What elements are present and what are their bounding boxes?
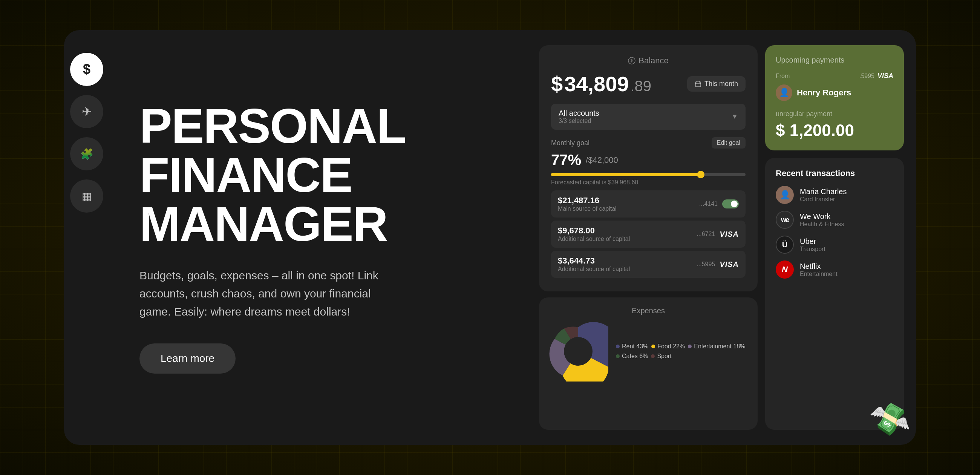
legend-dot-cafes [616, 354, 620, 358]
sidebar-icon-airplane[interactable]: ✈ [70, 95, 103, 128]
source-amount-2: $3,644.73 [558, 256, 630, 266]
pie-container: Rent 43% Food 22% Entertainment 18% Cafe… [548, 321, 749, 381]
upcoming-visa-badge: VISA [878, 72, 893, 80]
money-emoji-decoration: 💸 [867, 398, 913, 442]
source-right-0: ...4141 [699, 199, 739, 209]
upcoming-card-info: .5995 VISA [859, 72, 893, 80]
legend-dot-ent [688, 344, 692, 348]
upcoming-amount: $ 1,200.00 [776, 121, 893, 140]
source-right-1: ...6721 VISA [697, 230, 739, 239]
source-tag-2: ...5995 [697, 261, 715, 268]
forecasted-text: Forecasted capital is $39,968.60 [551, 179, 746, 186]
source-toggle-0[interactable] [722, 199, 739, 209]
hero-section: PERSONAL FINANCE MANAGER Budgets, goals,… [109, 30, 539, 445]
transaction-sub-maria: Card transfer [800, 196, 846, 203]
svg-rect-1 [695, 82, 701, 87]
expenses-legend: Rent 43% Food 22% Entertainment 18% Cafe… [616, 343, 749, 360]
legend-label-sport: Sport [657, 353, 671, 360]
source-item-0: $21,487.16 Main source of capital ...414… [551, 190, 746, 218]
legend-label-cafes: Cafes 6% [622, 353, 648, 360]
transaction-info-netflix: Netflix Entertainment [800, 262, 837, 277]
upcoming-avatar: 👤 [776, 84, 792, 101]
balance-dollar-sign: $ [551, 72, 563, 96]
upcoming-title: Upcoming payments [776, 56, 893, 64]
chevron-down-icon: ▼ [731, 113, 738, 121]
upcoming-user-row: 👤 Henry Rogers [776, 84, 893, 101]
visa-badge-2: VISA [719, 260, 739, 269]
transaction-sub-uber: Transport [800, 246, 826, 253]
transaction-uber: Ü Uber Transport [776, 236, 893, 254]
transaction-we-work: we We Work Health & Fitness [776, 211, 893, 229]
balance-amount: $ 34,809 .89 [551, 72, 651, 96]
visa-badge-1: VISA [719, 230, 739, 239]
transaction-sub-wework: Health & Fitness [800, 221, 844, 228]
learn-more-button[interactable]: Learn more [140, 343, 235, 374]
legend-cafes: Cafes 6% [616, 353, 648, 360]
legend-label-rent: Rent 43% [622, 343, 648, 350]
balance-icon: Balance [628, 56, 669, 65]
legend-food: Food 22% [651, 343, 685, 350]
accounts-select[interactable]: All accounts 3/3 selected ▼ [551, 104, 746, 130]
edit-goal-button[interactable]: Edit goal [712, 137, 746, 148]
upcoming-user-name: Henry Rogers [797, 88, 851, 98]
legend-dot-sport [651, 354, 655, 358]
accounts-name: All accounts [558, 109, 599, 118]
legend-dot-rent [616, 344, 620, 348]
expenses-title: Expenses [548, 306, 749, 315]
transaction-name-netflix: Netflix [800, 262, 837, 271]
sidebar-icon-chart[interactable]: ▦ [70, 179, 103, 213]
legend-label-ent: Entertainment 18% [694, 343, 745, 350]
right-panel: Upcoming payments From .5995 VISA 👤 Henr… [757, 30, 916, 445]
goal-section: Monthly goal Edit goal 77% /$42,000 Fore… [551, 137, 746, 186]
main-card: $ ✈ 🧩 ▦ PERSONAL FINANCE MANAGER Budgets… [64, 30, 916, 445]
expenses-card: Expenses [539, 297, 757, 430]
transaction-logo-wework: we [776, 211, 794, 229]
transaction-netflix: N Netflix Entertainment [776, 260, 893, 279]
upcoming-from-label: From [776, 73, 790, 80]
goal-percent-value: 77% [551, 151, 581, 169]
source-tag-1: ...6721 [697, 231, 715, 238]
goal-header: Monthly goal Edit goal [551, 137, 746, 148]
sidebar-icon-puzzle[interactable]: 🧩 [70, 137, 103, 171]
source-item-2: $3,644.73 Additional source of capital .… [551, 251, 746, 278]
transaction-logo-maria: 👤 [776, 186, 794, 204]
transaction-name-wework: We Work [800, 212, 844, 221]
toggle-knob-0 [731, 201, 738, 207]
this-month-button[interactable]: This month [687, 76, 746, 92]
balance-header: Balance [551, 56, 746, 65]
transaction-name-maria: Maria Charles [800, 187, 846, 196]
source-label-2: Additional source of capital [558, 266, 630, 273]
balance-card: Balance $ 34,809 .89 This month [539, 45, 757, 292]
progress-thumb [697, 171, 705, 178]
legend-dot-food [651, 344, 655, 348]
expenses-pie-chart [548, 321, 608, 381]
source-tag-0: ...4141 [699, 201, 718, 207]
transaction-info-uber: Uber Transport [800, 237, 826, 253]
dashboard-panel: Balance $ 34,809 .89 This month [539, 30, 757, 445]
transaction-sub-netflix: Entertainment [800, 271, 837, 277]
progress-bar-fill [551, 173, 701, 176]
balance-label-text: Balance [638, 56, 669, 65]
balance-main-value: 34,809 [564, 72, 629, 96]
goal-of-amount: /$42,000 [586, 155, 618, 165]
transaction-maria-charles: 👤 Maria Charles Card transfer [776, 186, 893, 204]
balance-cents-value: .89 [630, 78, 651, 95]
legend-entertainment: Entertainment 18% [688, 343, 745, 350]
legend-label-food: Food 22% [657, 343, 685, 350]
upcoming-payment-type: unregular payment [776, 110, 893, 118]
sidebar-icon-dollar[interactable]: $ [70, 53, 103, 86]
progress-bar-track [551, 173, 746, 176]
upcoming-from-row: From .5995 VISA [776, 72, 893, 80]
balance-amount-row: $ 34,809 .89 This month [551, 72, 746, 96]
goal-progress-row: 77% /$42,000 [551, 151, 746, 169]
source-amount-0: $21,487.16 [558, 196, 617, 206]
accounts-sub: 3/3 selected [558, 118, 599, 124]
svg-point-2 [564, 337, 592, 366]
legend-rent: Rent 43% [616, 343, 648, 350]
transaction-info-maria: Maria Charles Card transfer [800, 187, 846, 203]
sidebar: $ ✈ 🧩 ▦ [64, 30, 109, 445]
recent-transactions-card: Recent transactions 👤 Maria Charles Card… [765, 158, 904, 430]
upcoming-payments-card: Upcoming payments From .5995 VISA 👤 Henr… [765, 45, 904, 150]
hero-subtitle: Budgets, goals, expenses – all in one sp… [140, 266, 396, 321]
upcoming-card-number: .5995 [859, 73, 875, 80]
